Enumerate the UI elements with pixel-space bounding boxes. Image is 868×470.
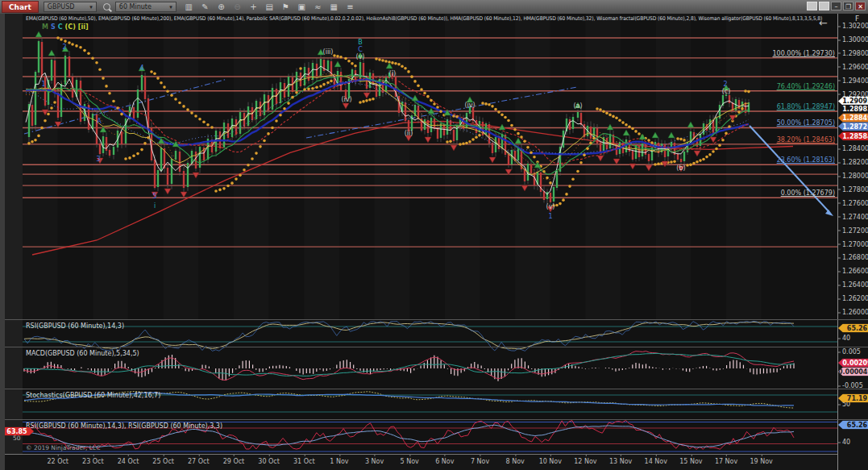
wave-label: (iii) (323, 48, 334, 56)
panel-tick: 0.005 (842, 348, 861, 356)
wave-label: 4 (139, 64, 143, 72)
fib-level-label: 0.00% (1.27679) (781, 189, 835, 197)
price-tick: 1.26600 (842, 268, 868, 275)
interval-value: 60 Minute (119, 2, 152, 12)
indicator-icon[interactable]: ≈ (312, 2, 324, 12)
wave-label: (iv) (341, 96, 351, 103)
price-tick: 1.28000 (842, 173, 868, 180)
panel-tick: 40 (842, 439, 850, 446)
panel-label-stochastics: Stochastics(GBPUSD (60 Minute),42,16,7) (26, 392, 160, 399)
price-tag: 1.28726 (838, 122, 868, 131)
time-label: 22 Oct (47, 458, 69, 465)
restore-button[interactable]: ❐ (843, 2, 853, 10)
wave-label: (c) (722, 88, 731, 95)
wave-degree-label: [ii] (78, 23, 89, 31)
chevron-down-icon: ▾ (89, 2, 93, 12)
time-label: 31 Oct (293, 458, 315, 465)
alert-icon[interactable]: ⚑ (280, 2, 292, 12)
data-grid-icon[interactable]: ▦ (328, 2, 340, 12)
price-tick: 1.30000 (842, 36, 868, 44)
bar-type-icon[interactable]: ▥ (183, 2, 195, 12)
time-label: 17 Nov (715, 458, 737, 465)
fib-level-label: 61.80% (1.28947) (777, 103, 835, 110)
fib-level-label: 76.40% (1.29246) (777, 83, 835, 90)
wave-degree-label: S (51, 23, 56, 31)
price-tick: 1.26000 (842, 309, 868, 316)
search-icon[interactable] (103, 3, 110, 10)
time-label: 7 Nov (471, 458, 489, 465)
price-tick: 1.27600 (842, 199, 868, 206)
wave-label: B (358, 39, 363, 46)
minimize-button[interactable]: – (831, 2, 841, 10)
price-tick: 1.27000 (842, 240, 868, 247)
time-label: 15 Nov (679, 458, 702, 465)
scroll-to-latest-button[interactable]: ← (819, 17, 828, 29)
time-label: 23 Oct (82, 458, 104, 465)
indicator-value-tag-left: 63.85 (0, 427, 34, 436)
indicator-value-tag: 65.26 (838, 421, 868, 430)
wave-label: 1 (548, 213, 552, 220)
price-tag: 1.29095 (838, 97, 868, 106)
fib-level-label: 23.60% (1.28163) (777, 156, 835, 164)
price-tick: 1.29400 (842, 77, 868, 84)
time-label: 1 Nov (330, 458, 348, 465)
zoom-in-icon[interactable]: ⊕ (215, 2, 227, 12)
instrument-dropdown[interactable]: GBPUSD▾ (44, 2, 97, 12)
window-controls: –❐✕ (807, 2, 866, 10)
properties-icon[interactable]: ≡ (344, 2, 356, 12)
indicator-value-tag: 71.19 (838, 394, 868, 403)
instrument-value: GBPUSD (48, 2, 75, 12)
tab-chart[interactable]: Chart (2, 1, 39, 13)
time-label: 8 Nov (506, 458, 525, 465)
price-tick: 1.27200 (842, 227, 868, 234)
f-column-button[interactable]: F (853, 15, 862, 23)
wave-label: (b) (676, 164, 685, 172)
copyright: © 2019 NinjaTrader, LLC (26, 444, 100, 451)
price-tag: 1.28849 (838, 114, 868, 123)
wave-label: (v) (356, 53, 365, 60)
wave-degree-label: M (42, 23, 48, 31)
wave-degree-label: C (58, 23, 63, 31)
price-tick: 1.29200 (842, 90, 868, 98)
price-tick: 1.26400 (842, 281, 868, 289)
time-label: 12 Nov (574, 458, 596, 465)
wave-label: 2 (62, 44, 66, 51)
zoom-out-icon[interactable]: ⊖ (231, 2, 243, 12)
wave-label: 5 (152, 193, 156, 200)
time-label: 30 Oct (258, 458, 280, 465)
price-tick: 1.26200 (842, 295, 868, 302)
price-tick: 1.27400 (842, 213, 868, 220)
panel-label-rsi2: RSI(GBPUSD (60 Minute),14,3), RSI(GBPUSD… (26, 422, 222, 430)
wave-label: (a) (573, 102, 582, 110)
price-tick: 1.29600 (842, 63, 868, 70)
price-axis-line (837, 14, 838, 470)
indicator-header: EMA(GBPUSD (60 Minute),50), EMA(GBPUSD (… (26, 15, 767, 22)
chart-canvas[interactable] (0, 0, 868, 470)
time-label: 13 Nov (609, 458, 632, 465)
wave-degree-labels: MSC(C)[ii] (42, 23, 89, 31)
inactive-square-2-button[interactable] (819, 2, 829, 10)
time-label: 14 Nov (645, 458, 667, 465)
data-box-icon[interactable]: ▤ (264, 2, 276, 12)
close-button[interactable]: ✕ (855, 2, 866, 10)
time-label: 19 Nov (750, 458, 773, 465)
snapshot-icon[interactable]: ▣ (296, 2, 308, 12)
time-label: 27 Oct (188, 458, 210, 465)
crosshair-icon[interactable]: + (247, 2, 260, 12)
time-label: 24 Oct (118, 458, 139, 465)
interval-dropdown[interactable]: 60 Minute▾ (115, 2, 177, 12)
panel-tick: -0.005 (842, 382, 863, 389)
draw-icon[interactable]: ✎ (199, 2, 211, 12)
time-label: 10 Nov (539, 458, 562, 465)
wave-label: 1 (41, 81, 45, 88)
wave-label: 2 (723, 81, 727, 88)
fib-level-label: 100.00% (1.29730) (773, 50, 835, 57)
fib-level-label: 50.00% (1.28705) (777, 119, 835, 127)
wave-label: i (154, 202, 156, 210)
time-label: 29 Oct (223, 458, 245, 465)
inactive-square-1-button[interactable] (807, 2, 817, 10)
panel-label-macd: MACD(GBPUSD (60 Minute),5,34,5) (26, 350, 139, 357)
ninjatrader-chart-window: Chart GBPUSD▾ 60 Minute▾ ▥✎⊕⊖+▤⚑▣≈▦≡ –❐✕… (0, 0, 868, 470)
wave-label: 3 (96, 156, 100, 163)
panel-separator (5, 347, 868, 347)
